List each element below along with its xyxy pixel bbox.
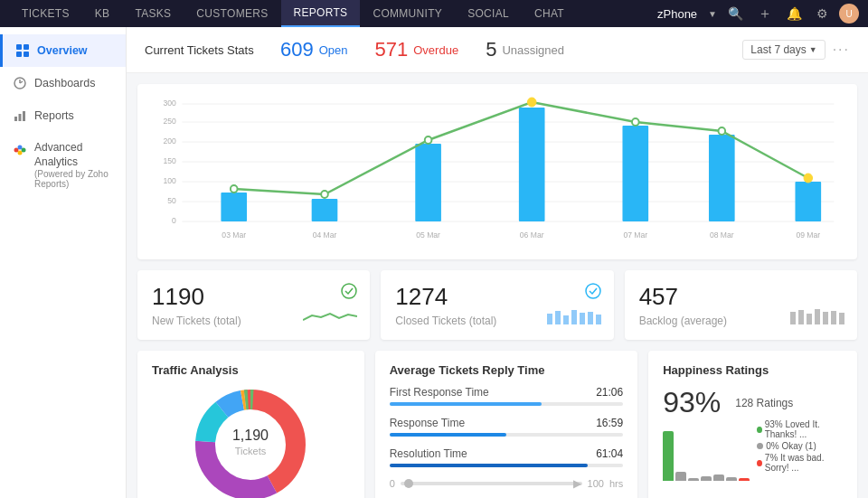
add-icon[interactable]: ＋ (754, 1, 776, 27)
svg-rect-54 (588, 312, 593, 324)
sidebar-item-overview[interactable]: Overview (0, 34, 126, 67)
slider-end-icon: ▶ (573, 479, 582, 488)
reports-icon (13, 108, 27, 123)
sidebar-advanced-text: Advanced Analytics (Powered by Zoho Repo… (34, 141, 113, 189)
svg-rect-31 (709, 135, 735, 221)
hleg-dot-2 (757, 460, 762, 466)
reply-item-0: First Response Time 21:06 (390, 386, 623, 406)
metric-backlog: 457 Backlog (average) (625, 270, 857, 340)
slider-unit: hrs (609, 478, 623, 489)
chevron-down-icon: ▼ (809, 45, 817, 54)
overdue-label: Overdue (413, 43, 458, 57)
hleg-1: 0% Okay (1) (757, 441, 843, 451)
sidebar-dashboards-label: Dashboards (34, 77, 95, 89)
h-bar-1 (675, 472, 686, 481)
svg-rect-55 (596, 315, 601, 324)
slider-max: 100 (588, 478, 604, 489)
open-label: Open (319, 43, 348, 57)
reply-item-2: Resolution Time 61:04 (390, 447, 623, 467)
svg-rect-60 (823, 312, 828, 324)
svg-rect-57 (798, 310, 804, 324)
svg-point-35 (425, 136, 432, 144)
nav-reports[interactable]: REPORTS (281, 0, 361, 27)
svg-text:100: 100 (163, 176, 175, 185)
nav-social[interactable]: SOCIAL (455, 0, 522, 27)
svg-text:300: 300 (163, 99, 175, 108)
svg-rect-62 (839, 313, 844, 324)
response-bar-bg (390, 433, 623, 437)
main-content: Current Tickets Stats 609 Open 571 Overd… (127, 27, 868, 498)
stats-header: Current Tickets Stats 609 Open 571 Overd… (127, 27, 868, 73)
resolution-bar (390, 464, 589, 467)
sidebar-item-dashboards[interactable]: Dashboards (0, 67, 126, 99)
nav-right-actions: zPhone ▼ 🔍 ＋ 🔔 ⚙ U (657, 1, 859, 27)
stat-unassigned: 5 Unassigned (486, 38, 564, 61)
nav-kb[interactable]: KB (82, 0, 123, 27)
bottom-row: Traffic Analysis (137, 351, 857, 498)
user-avatar[interactable]: U (839, 4, 859, 23)
resolution-bar-bg (390, 464, 623, 467)
slider-thumb-left[interactable] (404, 479, 413, 488)
svg-rect-56 (790, 312, 796, 324)
svg-text:0: 0 (172, 216, 176, 225)
happiness-content: 93% Loved It. Thanks! ... 0% Okay (1) 7%… (663, 419, 843, 486)
response-bar (390, 433, 506, 437)
svg-rect-30 (622, 126, 648, 221)
sidebar-advanced-sub: (Powered by Zoho Reports) (34, 169, 113, 189)
svg-rect-2 (16, 52, 22, 57)
svg-text:150: 150 (163, 156, 175, 165)
check-circle-icon (341, 283, 357, 302)
first-response-label: First Response Time (390, 386, 489, 399)
svg-rect-7 (23, 111, 25, 121)
svg-point-48 (586, 284, 600, 298)
h-bar-0 (663, 431, 674, 481)
reply-time-title: Average Tickets Reply Time (390, 363, 623, 377)
svg-point-37 (632, 118, 639, 126)
h-bar-3 (701, 476, 712, 481)
sidebar-overview-label: Overview (37, 44, 88, 57)
brand-dropdown-icon[interactable]: ▼ (708, 9, 717, 19)
svg-rect-0 (16, 44, 22, 50)
svg-text:200: 200 (163, 136, 175, 146)
happiness-title: Happiness Ratings (663, 363, 843, 377)
top-navigation: TICKETS KB TASKS CUSTOMERS REPORTS COMMU… (0, 0, 868, 27)
donut-wrapper: 1,190 Tickets (152, 386, 350, 498)
nav-tickets[interactable]: TICKETS (9, 0, 82, 27)
nav-tasks[interactable]: TASKS (122, 0, 184, 27)
hleg-2: 7% It was bad. Sorry! ... (757, 453, 843, 473)
time-filter-button[interactable]: Last 7 days ▼ (742, 40, 825, 60)
svg-rect-32 (795, 182, 821, 221)
nav-customers[interactable]: CUSTOMERS (184, 0, 280, 27)
h-bar-2 (688, 478, 699, 481)
settings-icon[interactable]: ⚙ (813, 3, 832, 24)
first-response-bar-bg (390, 402, 623, 406)
stat-overdue: 571 Overdue (375, 38, 459, 61)
reply-time-card: Average Tickets Reply Time First Respons… (375, 351, 637, 498)
nav-chat[interactable]: CHAT (522, 0, 577, 27)
svg-point-11 (18, 151, 23, 155)
svg-text:250: 250 (163, 117, 175, 126)
time-slider[interactable]: 0 ▶ 100 hrs (390, 478, 623, 489)
overdue-count: 571 (375, 38, 409, 61)
svg-point-8 (14, 148, 19, 153)
stat-open: 609 Open (280, 38, 348, 61)
unassigned-label: Unassigned (502, 43, 564, 57)
traffic-title: Traffic Analysis (152, 363, 350, 377)
more-options-button[interactable]: ··· (833, 42, 850, 58)
h-bar-5 (726, 477, 737, 481)
reply-item-1: Response Time 16:59 (390, 417, 623, 437)
notifications-icon[interactable]: 🔔 (783, 3, 806, 24)
slider-track[interactable]: ▶ (401, 482, 582, 485)
h-bar-4 (713, 475, 724, 481)
svg-rect-61 (831, 311, 836, 324)
svg-text:50: 50 (167, 196, 176, 205)
overview-icon (15, 43, 30, 58)
nav-community[interactable]: COMMUNITY (360, 0, 455, 27)
tickets-chart: 300 250 200 150 100 50 0 (137, 84, 857, 259)
resolution-label: Resolution Time (390, 447, 467, 460)
svg-rect-27 (312, 199, 338, 221)
sidebar-item-advanced[interactable]: Advanced Analytics (Powered by Zoho Repo… (0, 132, 126, 198)
advanced-analytics-icon (13, 143, 27, 157)
search-icon[interactable]: 🔍 (724, 3, 747, 24)
sidebar-item-reports[interactable]: Reports (0, 99, 126, 132)
